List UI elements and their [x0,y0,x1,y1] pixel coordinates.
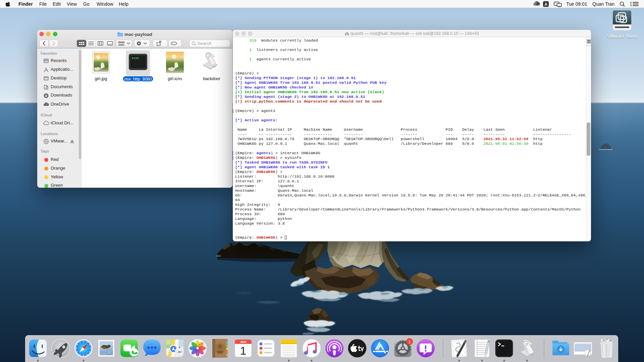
svg-text:3D: 3D [177,350,181,354]
svg-text:1: 1 [408,339,411,344]
svg-text:exec: exec [132,56,140,60]
svg-text:JUN: JUN [240,340,246,344]
svg-text:1: 1 [240,344,247,357]
